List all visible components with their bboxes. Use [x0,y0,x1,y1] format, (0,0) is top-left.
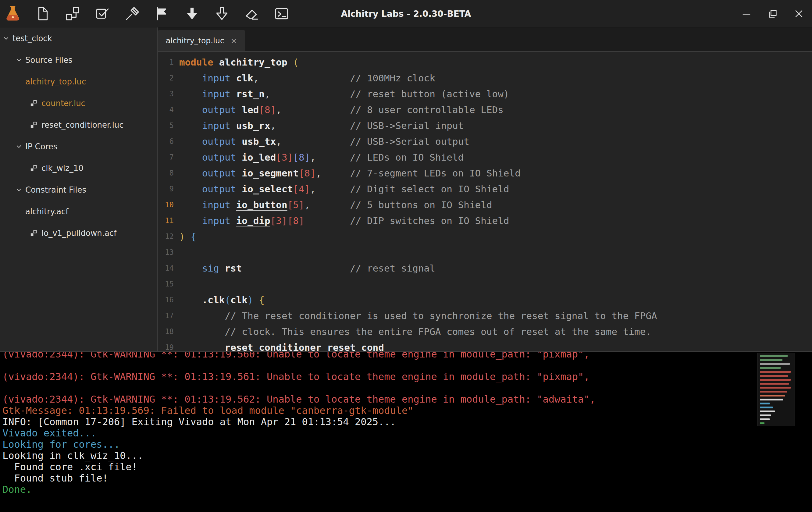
chevron-down-icon[interactable] [2,35,10,42]
line-number: 13 [158,244,174,260]
line-number: 19 [158,339,174,351]
code-editor[interactable]: 1module alchitry_top (2 input clk, // 10… [158,52,812,351]
minimap-stripe [760,391,787,393]
tree-item-label: Source Files [25,56,72,65]
line-number: 16 [158,292,174,308]
minimap-stripe [760,363,790,365]
code-text: // The reset conditioner is used to sync… [179,308,657,324]
tree-item-clk-wiz-10[interactable]: clk_wiz_10 [0,157,157,179]
console-line [2,383,812,394]
tree-item-counter-luc[interactable]: counter.luc [0,92,157,114]
line-number: 9 [158,181,174,197]
console-line: Found stub file! [2,473,812,484]
chevron-down-icon[interactable] [15,56,23,64]
main-area: test_clockSource Filesalchitry_top.lucco… [0,27,812,351]
code-line[interactable]: 2 input clk, // 100MHz clock [158,70,812,86]
check-button[interactable] [93,5,111,23]
code-line[interactable]: 6 output usb_tx, // USB->Serial output [158,133,812,149]
window-title: Alchitry Labs - 2.0.30-BETA [341,8,471,19]
tree-item-io-v1-pulldown-acf[interactable]: io_v1_pulldown.acf [0,222,157,244]
window-controls [741,8,812,19]
code-line[interactable]: 11 input io_dip[3][8] // DIP switches on… [158,213,812,229]
program-button[interactable] [153,5,171,23]
code-line[interactable]: 4 output led[8], // 8 user controllable … [158,102,812,118]
tab-close-icon[interactable]: × [230,36,237,45]
line-number: 11 [158,213,174,229]
tree-item-label: reset_conditioner.luc [41,120,124,129]
tree-item-label: test_clock [12,34,52,43]
code-line[interactable]: 16 .clk(clk) { [158,292,812,308]
code-line[interactable]: 17 // The reset conditioner is used to s… [158,308,812,324]
terminal-button[interactable] [273,5,290,23]
line-number: 5 [158,118,174,133]
close-icon [794,8,804,19]
program-flash-button[interactable] [213,5,231,23]
tree-item-label: alchitry.acf [25,207,68,216]
line-number: 18 [158,324,174,339]
alchitry-logo-button[interactable] [4,5,22,23]
chevron-down-icon[interactable] [15,186,23,193]
new-file-button[interactable] [34,5,52,23]
code-line[interactable]: 18 // clock. This ensures the entire FPG… [158,324,812,339]
terminal-icon [274,6,289,21]
tree-item-constraint-files[interactable]: Constraint Files [0,179,157,201]
toolbar: Alchitry Labs - 2.0.30-BETA [0,0,812,27]
console-line [2,360,812,371]
minimize-button[interactable] [741,8,752,19]
program-ram-button[interactable] [183,5,201,23]
code-text: input io_button[5], // 5 buttons on IO S… [179,197,492,213]
close-button[interactable] [794,8,804,19]
code-text: .clk(clk) { [179,292,265,308]
code-line[interactable]: 10 input io_button[5], // 5 buttons on I… [158,197,812,213]
tab-alchitry-top-luc[interactable]: alchitry_top.luc × [158,30,245,51]
code-line[interactable]: 15 [158,276,812,292]
build-button[interactable] [123,5,141,23]
console-panel[interactable]: (vivado:2344): Gtk-WARNING **: 01:13:19.… [0,351,812,512]
code-line[interactable]: 9 output io_select[4], // Digit select o… [158,181,812,197]
modules-button[interactable] [64,5,81,23]
console-line: Vivado exited... [2,428,812,439]
minimap-stripe [760,371,791,373]
console-line: (vivado:2344): Gtk-WARNING **: 01:13:19.… [2,351,812,360]
maximize-button[interactable] [767,8,778,19]
tree-item-alchitry-top-luc[interactable]: alchitry_top.luc [0,71,157,92]
console-minimap[interactable] [757,353,795,426]
code-text: output led[8], // 8 user controllable LE… [179,102,503,118]
tree-item-alchitry-acf[interactable]: alchitry.acf [0,201,157,222]
code-line[interactable]: 3 input rst_n, // reset button (active l… [158,86,812,102]
minimap-stripe [760,411,775,412]
code-line[interactable]: 7 output io_led[3][8], // LEDs on IO Shi… [158,149,812,165]
minimap-stripe [760,399,783,400]
minimap-stripe [760,379,791,381]
flag-icon [154,6,170,21]
code-line[interactable]: 1module alchitry_top ( [158,54,812,70]
minimap-stripe [760,395,785,396]
modules-icon [65,6,80,21]
line-number: 12 [158,229,174,244]
chevron-down-icon[interactable] [15,143,23,150]
code-text: ) { [179,229,196,244]
code-line[interactable]: 5 input usb_rx, // USB->Serial input [158,118,812,133]
console-line: Found core .xci file! [2,461,812,473]
download-outline-icon [214,6,230,21]
line-number: 2 [158,70,174,86]
tree-item-test-clock[interactable]: test_clock [0,27,157,49]
erase-button[interactable] [243,5,261,23]
tree-item-ip-cores[interactable]: IP Cores [0,135,157,157]
code-line[interactable]: 14 sig rst // reset signal [158,260,812,276]
console-line: Gtk-Message: 01:13:19.569: Failed to loa… [2,405,812,416]
tree-item-source-files[interactable]: Source Files [0,49,157,71]
minimap-stripe [760,406,773,409]
code-line[interactable]: 12) { [158,229,812,244]
code-line[interactable]: 13 [158,244,812,260]
tree-item-label: io_v1_pulldown.acf [41,229,116,238]
code-line[interactable]: 19 reset_conditioner reset_cond [158,339,812,351]
code-text: input clk, // 100MHz clock [179,70,435,86]
code-line[interactable]: 8 output io_segment[8], // 7-segment LED… [158,165,812,181]
tree-item-reset-conditioner-luc[interactable]: reset_conditioner.luc [0,114,157,135]
tree-item-label: Constraint Files [25,185,86,194]
console-line: Looking for cores... [2,439,812,450]
line-number: 6 [158,133,174,149]
project-tree: test_clockSource Filesalchitry_top.lucco… [0,27,157,244]
code-text: input io_dip[3][8] // DIP switches on IO… [179,213,509,229]
